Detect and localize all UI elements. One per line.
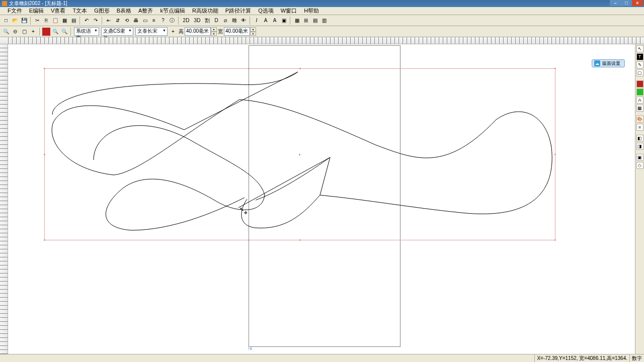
box-icon[interactable]: ▣ bbox=[280, 17, 288, 25]
cut-icon[interactable]: ✂ bbox=[33, 17, 41, 25]
origin-label: ↑x bbox=[248, 346, 252, 351]
table1-icon[interactable]: ▦ bbox=[293, 17, 301, 25]
height-input[interactable]: 40.00毫米 bbox=[185, 27, 211, 36]
close-button[interactable]: × bbox=[632, 0, 643, 6]
a-tool-icon[interactable]: A bbox=[636, 97, 643, 104]
zoomout-icon[interactable]: ⊖ bbox=[11, 28, 19, 36]
sort-tool-icon[interactable]: ≡ bbox=[636, 124, 643, 131]
grid-tool-icon[interactable]: ▦ bbox=[636, 105, 643, 112]
sort-icon[interactable]: ≡ bbox=[150, 17, 158, 25]
plus2-icon[interactable]: + bbox=[169, 28, 177, 36]
paste-icon[interactable]: 📋 bbox=[51, 17, 59, 25]
menu-table[interactable]: B表格 bbox=[113, 7, 135, 15]
rotate-icon[interactable]: ⟲ bbox=[123, 17, 131, 25]
mirror-icon[interactable]: ⇵ bbox=[114, 17, 122, 25]
menu-advanced[interactable]: R高级功能 bbox=[189, 7, 222, 15]
width-input[interactable]: 40.00毫米 bbox=[224, 27, 250, 36]
handle-tm[interactable]: + bbox=[299, 67, 301, 70]
separator bbox=[30, 17, 31, 25]
up-icon[interactable]: ▲ bbox=[250, 27, 256, 32]
menu-options[interactable]: Q选项 bbox=[255, 7, 277, 15]
tool4-icon[interactable]: ◇ bbox=[636, 162, 643, 169]
menu-text[interactable]: T文本 bbox=[69, 7, 91, 15]
canvas[interactable]: + + + + + + + + + ↖✥ ↑x ☁ 版面设置 ↖ T ✎ ▢ A… bbox=[8, 44, 644, 354]
rect-tool-icon[interactable]: ▢ bbox=[636, 69, 643, 76]
font2-dropdown[interactable]: 文泰长宋 bbox=[135, 27, 168, 36]
open-icon[interactable]: 📂 bbox=[11, 17, 19, 25]
cut-mode-button[interactable]: 割 bbox=[203, 17, 211, 25]
float-panel-button[interactable]: ☁ 版面设置 bbox=[592, 59, 625, 67]
3d-button[interactable]: 3D bbox=[192, 17, 202, 25]
maximize-button[interactable]: □ bbox=[621, 0, 632, 6]
menu-path[interactable]: P路径计算 bbox=[222, 7, 255, 15]
zoom2-icon[interactable]: 🔍 bbox=[51, 28, 59, 36]
handle-tl[interactable]: + bbox=[43, 67, 46, 70]
copy-icon[interactable]: ⎘ bbox=[42, 17, 50, 25]
minimize-button[interactable]: – bbox=[610, 0, 621, 6]
a2-icon[interactable]: A bbox=[271, 17, 279, 25]
menu-view[interactable]: V查看 bbox=[47, 7, 69, 15]
table2-icon[interactable]: ⊞ bbox=[302, 17, 310, 25]
ruler-horizontal bbox=[0, 37, 644, 44]
tool3-icon[interactable]: ▣ bbox=[636, 154, 643, 161]
green-tool-icon[interactable] bbox=[636, 88, 643, 96]
color-red-icon[interactable] bbox=[42, 28, 50, 36]
down-icon[interactable]: ▼ bbox=[250, 32, 256, 36]
lang-dropdown[interactable]: 系统语言 bbox=[74, 27, 99, 36]
print-icon[interactable]: 🖶 bbox=[132, 17, 140, 25]
new-icon[interactable]: □ bbox=[2, 17, 10, 25]
tool1-icon[interactable]: ◧ bbox=[636, 135, 643, 142]
diag-icon[interactable]: ⧄ bbox=[221, 17, 229, 25]
window-controls: – □ × bbox=[610, 0, 643, 6]
height-spinner[interactable]: ▲ ▼ bbox=[211, 27, 217, 36]
fit-icon[interactable]: ▢ bbox=[20, 28, 28, 36]
menu-arrange[interactable]: A整齐 bbox=[135, 7, 156, 15]
up-icon[interactable]: ▲ bbox=[211, 27, 217, 32]
status-mode: 数字 bbox=[629, 354, 644, 362]
menu-edit[interactable]: E编辑 bbox=[26, 7, 47, 15]
red-tool-icon[interactable] bbox=[636, 80, 643, 87]
carve-icon[interactable]: 雕 bbox=[230, 17, 238, 25]
handle-bl[interactable]: + bbox=[43, 239, 46, 241]
text-icon[interactable]: T bbox=[636, 53, 643, 60]
menu-help[interactable]: H帮助 bbox=[300, 7, 323, 15]
statusbar: X=-72.39,Y=1152, 宽=4086.11,高=1364. 数字 bbox=[0, 354, 644, 362]
node-icon[interactable]: ✎ bbox=[636, 61, 643, 68]
separator bbox=[178, 17, 179, 25]
pointer-icon[interactable]: ↖ bbox=[636, 45, 643, 52]
redo-icon[interactable]: ↷ bbox=[92, 17, 100, 25]
selection-bounds[interactable]: + + + + + + + + + bbox=[44, 68, 555, 240]
menu-window[interactable]: W窗口 bbox=[277, 7, 300, 15]
palette-icon[interactable]: 🎨 bbox=[636, 116, 643, 123]
handle-tr[interactable]: + bbox=[554, 67, 556, 70]
plus-icon[interactable]: + bbox=[29, 28, 37, 36]
grid-icon[interactable]: ▦ bbox=[60, 17, 68, 25]
a-icon[interactable]: A bbox=[262, 17, 270, 25]
handle-mr[interactable]: + bbox=[554, 153, 556, 156]
width-spinner[interactable]: ▲ ▼ bbox=[250, 27, 256, 36]
font-dropdown[interactable]: 文鼎CS隶体 bbox=[101, 27, 133, 36]
handle-ml[interactable]: + bbox=[43, 153, 46, 156]
menu-node[interactable]: k节点编辑 bbox=[156, 7, 189, 15]
info-icon[interactable]: ⓘ bbox=[168, 17, 176, 25]
undo-icon[interactable]: ↶ bbox=[83, 17, 91, 25]
2d-button[interactable]: 2D bbox=[181, 17, 191, 25]
handle-bm[interactable]: + bbox=[299, 239, 301, 241]
menu-file[interactable]: F文件 bbox=[4, 7, 26, 15]
save-icon[interactable]: 💾 bbox=[20, 17, 28, 25]
rect-icon[interactable]: ▭ bbox=[141, 17, 149, 25]
tool2-icon[interactable]: ◨ bbox=[636, 143, 643, 150]
table3-icon[interactable]: ▤ bbox=[311, 17, 319, 25]
eye-icon[interactable]: 👁 bbox=[239, 17, 248, 25]
align-icon[interactable]: ⇤ bbox=[105, 17, 113, 25]
help-icon[interactable]: ? bbox=[159, 17, 167, 25]
italic-icon[interactable]: I bbox=[253, 17, 261, 25]
layers-icon[interactable]: ▤ bbox=[69, 17, 77, 25]
zoom-icon[interactable]: 🔍 bbox=[2, 28, 10, 36]
handle-br[interactable]: + bbox=[554, 239, 556, 241]
menu-graphic[interactable]: G图形 bbox=[91, 7, 113, 15]
down-icon[interactable]: ▼ bbox=[211, 32, 217, 36]
zoom3-icon[interactable]: 🔍 bbox=[60, 28, 68, 36]
table4-icon[interactable]: ▥ bbox=[320, 17, 328, 25]
d-button[interactable]: D bbox=[212, 17, 220, 25]
